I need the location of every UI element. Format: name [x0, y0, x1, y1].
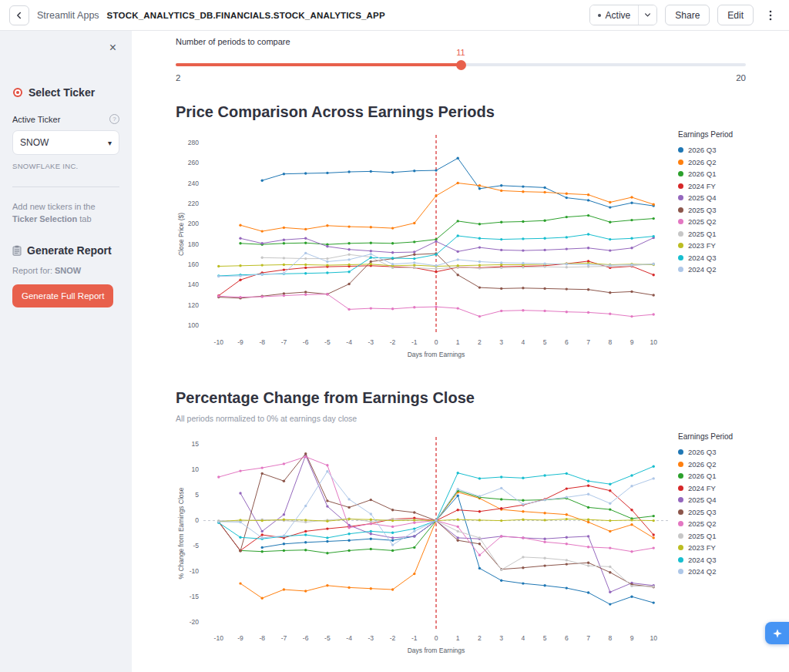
status-button[interactable]: Active: [590, 5, 639, 25]
svg-text:100: 100: [188, 321, 199, 329]
generate-report-heading: Generate Report: [12, 244, 119, 257]
percentage-change-chart: -20-15-10-5051015-10-9-8-7-6-5-4-3-2-101…: [176, 429, 677, 657]
legend-label: 2026 Q3: [688, 448, 716, 456]
edit-button[interactable]: Edit: [717, 5, 754, 25]
status-split-button: Active: [589, 5, 658, 25]
svg-text:-6: -6: [303, 634, 309, 642]
legend-dot-icon: [678, 557, 683, 563]
svg-text:-5: -5: [324, 634, 331, 642]
main-content: Number of periods to compare 11 2 20 Pri…: [132, 31, 789, 672]
sidebar-close-button[interactable]: ×: [106, 39, 119, 57]
legend-dot-icon: [678, 207, 683, 213]
legend-dot-icon: [678, 545, 683, 550]
breadcrumb-streamlit-apps[interactable]: Streamlit Apps: [37, 10, 99, 21]
svg-text:140: 140: [188, 281, 199, 288]
svg-text:-2: -2: [390, 338, 396, 346]
sidebar: × Select Ticker Active Ticker ? SNOW ▾ S…: [0, 31, 132, 672]
svg-text:-9: -9: [237, 338, 243, 346]
legend-label: 2025 Q3: [688, 206, 716, 214]
select-ticker-heading-label: Select Ticker: [29, 86, 95, 99]
svg-text:-1: -1: [411, 338, 418, 346]
legend-dot-icon: [678, 231, 683, 237]
legend-label: 2024 Q3: [688, 254, 716, 262]
svg-text:220: 220: [188, 200, 199, 207]
percentage-change-chart-row: -20-15-10-5051015-10-9-8-7-6-5-4-3-2-101…: [176, 429, 746, 657]
legend-label: 2024 Q2: [688, 265, 716, 274]
legend-label: 2026 Q1: [688, 472, 716, 480]
svg-text:0: 0: [435, 338, 438, 346]
slider-handle[interactable]: [456, 60, 466, 70]
legend-dot-icon: [678, 473, 683, 479]
periods-slider: 11 2 20: [176, 63, 746, 82]
legend-dot-icon: [678, 533, 683, 539]
svg-text:8: 8: [608, 338, 612, 346]
legend-label: 2025 Q3: [688, 508, 716, 516]
legend-item-2025-q2: 2025 Q2: [678, 216, 744, 228]
slider-max-label: 20: [736, 73, 746, 82]
legend-item-2026-q2: 2026 Q2: [678, 156, 744, 169]
svg-text:-5: -5: [324, 338, 331, 346]
legend-dot-icon: [678, 449, 683, 455]
legend-dot-icon: [678, 521, 683, 526]
report-for-ticker: SNOW: [55, 266, 81, 275]
help-icon[interactable]: ?: [109, 114, 119, 124]
generate-full-report-button[interactable]: Generate Full Report: [12, 284, 113, 307]
svg-text:0: 0: [435, 634, 438, 642]
status-label: Active: [606, 10, 631, 21]
share-button[interactable]: Share: [665, 5, 710, 25]
svg-text:Close Price ($): Close Price ($): [177, 213, 185, 256]
svg-text:9: 9: [630, 338, 634, 346]
svg-text:-10: -10: [190, 567, 200, 575]
legend-item-2023-fy: 2023 FY: [678, 240, 744, 252]
svg-text:-5: -5: [193, 542, 199, 549]
svg-text:120: 120: [188, 301, 199, 309]
more-options-button[interactable]: [761, 5, 780, 25]
svg-text:-3: -3: [368, 634, 374, 642]
svg-text:-2: -2: [390, 634, 396, 642]
company-name: SNOWFLAKE INC.: [12, 162, 119, 170]
add-tickers-text: Add new tickers in the: [12, 202, 96, 211]
svg-text:1: 1: [456, 634, 460, 642]
assistant-fab-button[interactable]: [765, 622, 789, 644]
back-button[interactable]: [9, 5, 29, 25]
legend-label: 2024 Q2: [688, 567, 716, 576]
legend-item-2025-q2: 2025 Q2: [678, 518, 744, 530]
price-comparison-chart-row: 100120140160180200220240260280-10-9-8-7-…: [176, 127, 746, 361]
slider-track[interactable]: 11: [176, 63, 746, 66]
sparkle-icon: [772, 628, 783, 639]
legend-label: 2025 Q1: [688, 532, 716, 540]
legend-label: 2026 Q3: [688, 146, 716, 154]
svg-text:260: 260: [188, 159, 199, 166]
app-window: Streamlit Apps STOCK_ANALYTICS_DB.FINANC…: [0, 0, 789, 672]
percentage-change-caption: All periods normalized to 0% at earnings…: [176, 414, 746, 423]
svg-text:-8: -8: [259, 634, 265, 642]
svg-text:4: 4: [522, 634, 525, 642]
price-comparison-legend: Earnings Period2026 Q32026 Q22026 Q12024…: [678, 127, 744, 276]
report-for-caption: Report for: SNOW: [12, 266, 119, 275]
select-ticker-heading: Select Ticker: [12, 86, 119, 99]
ticker-select[interactable]: SNOW ▾: [12, 130, 119, 155]
legend-dot-icon: [678, 147, 683, 153]
svg-text:-1: -1: [411, 634, 418, 642]
svg-text:-9: -9: [237, 634, 243, 642]
legend-label: 2026 Q2: [688, 460, 716, 469]
legend-dot-icon: [678, 195, 683, 200]
svg-text:-7: -7: [281, 634, 287, 642]
svg-text:9: 9: [630, 634, 634, 642]
svg-text:-7: -7: [281, 338, 287, 346]
svg-text:5: 5: [543, 634, 547, 642]
status-chevron-button[interactable]: [638, 5, 656, 25]
legend-dot-icon: [678, 462, 683, 467]
page-title: STOCK_ANALYTICS_DB.FINANCIALS.STOCK_ANAL…: [107, 11, 385, 20]
ticker-selection-tab-ref: Ticker Selection: [12, 214, 77, 223]
legend-item-2024-fy: 2024 FY: [678, 482, 744, 495]
svg-text:7: 7: [586, 338, 590, 346]
slider-min-label: 2: [176, 73, 180, 82]
ticker-select-value: SNOW: [20, 137, 49, 148]
report-for-label: Report for:: [12, 266, 55, 275]
slider-minmax-row: 2 20: [176, 73, 746, 82]
legend-item-2025-q3: 2025 Q3: [678, 204, 744, 217]
legend-title: Earnings Period: [678, 432, 744, 441]
chevron-down-icon: ▾: [108, 139, 112, 147]
status-dot-icon: [598, 14, 601, 17]
